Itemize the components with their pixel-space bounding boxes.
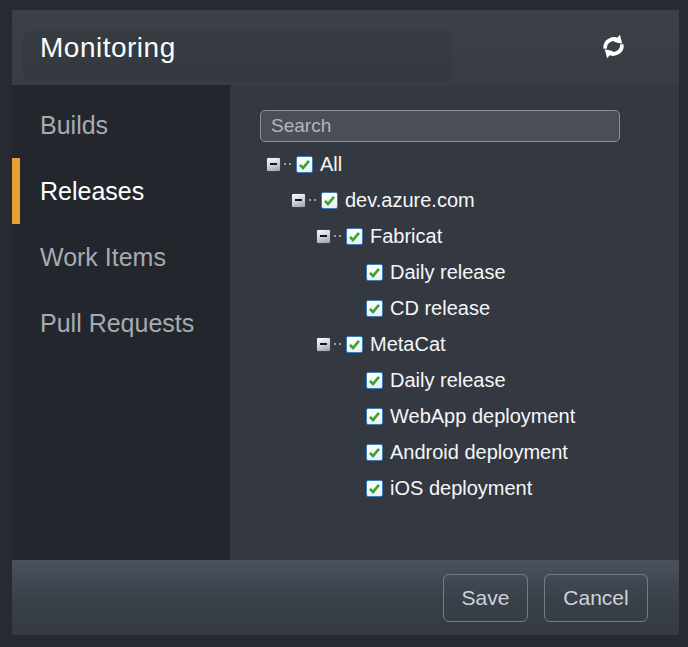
- collapse-expander-icon[interactable]: [291, 193, 306, 208]
- tree-connector: [284, 163, 291, 165]
- refresh-button[interactable]: [599, 34, 627, 62]
- release-tree: All dev.azure.com Fabricat: [260, 146, 679, 506]
- minus-icon: [270, 163, 277, 165]
- sidebar-item-pull-requests[interactable]: Pull Requests: [12, 290, 230, 356]
- checkbox-checked-icon[interactable]: [346, 336, 363, 353]
- tree-node-label: CD release: [390, 297, 490, 320]
- tree-node-label: iOS deployment: [390, 477, 532, 500]
- tree-node-fabricat-daily-release[interactable]: Daily release: [266, 254, 679, 290]
- refresh-icon: [600, 33, 627, 63]
- sidebar-item-releases[interactable]: Releases: [12, 158, 230, 224]
- checkbox-checked-icon[interactable]: [296, 156, 313, 173]
- tree-node-label: Fabricat: [370, 225, 442, 248]
- tree-node-label: WebApp deployment: [390, 405, 575, 428]
- checkbox-checked-icon[interactable]: [366, 480, 383, 497]
- collapse-expander-icon[interactable]: [316, 337, 331, 352]
- tree-node-fabricat-cd-release[interactable]: CD release: [266, 290, 679, 326]
- dialog-footer: Save Cancel: [12, 560, 679, 635]
- tree-node-label: All: [320, 153, 342, 176]
- checkbox-checked-icon[interactable]: [366, 444, 383, 461]
- search-input[interactable]: [260, 110, 620, 142]
- tree-node-android-deployment[interactable]: Android deployment: [266, 434, 679, 470]
- tree-node-fabricat[interactable]: Fabricat: [266, 218, 679, 254]
- cancel-button[interactable]: Cancel: [544, 574, 648, 622]
- minus-icon: [320, 235, 327, 237]
- checkbox-checked-icon[interactable]: [366, 408, 383, 425]
- tree-node-webapp-deployment[interactable]: WebApp deployment: [266, 398, 679, 434]
- tree-connector: [334, 235, 341, 237]
- tree-node-label: Android deployment: [390, 441, 568, 464]
- checkbox-checked-icon[interactable]: [366, 264, 383, 281]
- tree-node-ios-deployment[interactable]: iOS deployment: [266, 470, 679, 506]
- tree-node-label: Daily release: [390, 369, 506, 392]
- monitoring-dialog: Monitoring Builds Releases Work Items Pu…: [12, 10, 679, 635]
- tree-node-metacat[interactable]: MetaCat: [266, 326, 679, 362]
- tree-node-label: Daily release: [390, 261, 506, 284]
- page-title: Monitoring: [40, 32, 176, 64]
- minus-icon: [295, 199, 302, 201]
- collapse-expander-icon[interactable]: [266, 157, 281, 172]
- checkbox-checked-icon[interactable]: [346, 228, 363, 245]
- tree-node-label: dev.azure.com: [345, 189, 475, 212]
- tree-node-metacat-daily-release[interactable]: Daily release: [266, 362, 679, 398]
- tree-node-all[interactable]: All: [266, 146, 679, 182]
- tree-node-dev-azure-com[interactable]: dev.azure.com: [266, 182, 679, 218]
- collapse-expander-icon[interactable]: [316, 229, 331, 244]
- checkbox-checked-icon[interactable]: [366, 372, 383, 389]
- checkbox-checked-icon[interactable]: [366, 300, 383, 317]
- checkbox-checked-icon[interactable]: [321, 192, 338, 209]
- tree-node-label: MetaCat: [370, 333, 446, 356]
- dialog-header: Monitoring: [12, 10, 679, 85]
- sidebar-item-work-items[interactable]: Work Items: [12, 224, 230, 290]
- releases-pane: All dev.azure.com Fabricat: [230, 85, 679, 560]
- minus-icon: [320, 343, 327, 345]
- sidebar-item-builds[interactable]: Builds: [12, 92, 230, 158]
- sidebar: Builds Releases Work Items Pull Requests: [12, 85, 230, 560]
- dialog-body: Builds Releases Work Items Pull Requests…: [12, 85, 679, 560]
- tree-connector: [309, 199, 316, 201]
- tree-connector: [334, 343, 341, 345]
- save-button[interactable]: Save: [443, 574, 528, 622]
